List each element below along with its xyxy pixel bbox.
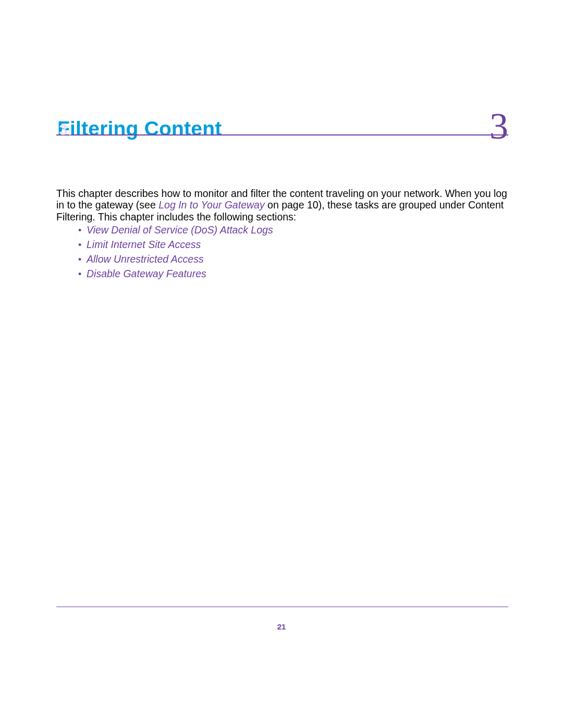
login-link[interactable]: Log In to Your Gateway [158, 199, 264, 211]
toc-link-disable-features[interactable]: Disable Gateway Features [87, 268, 206, 280]
page-number: 21 [0, 622, 563, 631]
bullet-icon: • [78, 226, 87, 236]
chapter-number: 3 [489, 107, 508, 145]
section-toc: • View Denial of Service (DoS) Attack Lo… [78, 224, 273, 282]
list-item: • Limit Internet Site Access [78, 239, 273, 251]
chapter-header: Filtering Content 3 [57, 104, 508, 142]
bullet-icon: • [78, 269, 87, 280]
list-item: • Allow Unrestricted Access [78, 253, 273, 265]
title-divider [56, 134, 508, 135]
toc-link-limit-access[interactable]: Limit Internet Site Access [87, 239, 201, 251]
toc-link-allow-unrestricted[interactable]: Allow Unrestricted Access [87, 253, 204, 265]
list-item: • View Denial of Service (DoS) Attack Lo… [78, 224, 273, 236]
list-item: • Disable Gateway Features [78, 268, 273, 280]
intro-paragraph: This chapter describes how to monitor an… [56, 188, 509, 223]
toc-link-dos-logs[interactable]: View Denial of Service (DoS) Attack Logs [87, 224, 273, 236]
chapter-title: Filtering Content [57, 117, 222, 140]
bullet-icon: • [78, 240, 87, 251]
document-page: 3. Filtering Content 3 This chapter desc… [0, 0, 563, 728]
bullet-icon: • [78, 255, 87, 265]
footer-divider [56, 607, 508, 607]
